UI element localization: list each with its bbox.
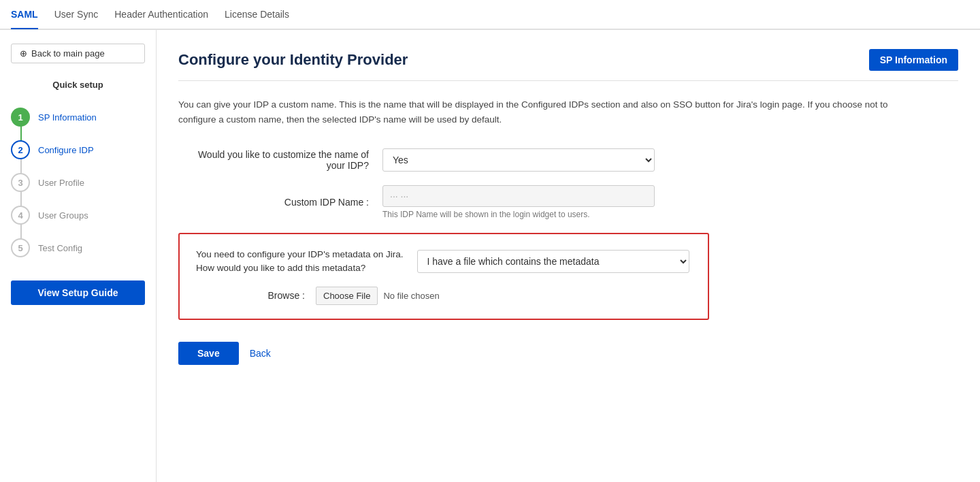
customize-idp-row: Would you like to customize the name of … <box>178 148 791 172</box>
top-navigation: SAML User Sync Header Authentication Lic… <box>0 0 980 30</box>
idp-name-input[interactable] <box>382 185 655 207</box>
customize-idp-label: Would you like to customize the name of … <box>178 149 382 171</box>
sidebar: ⊕ Back to main page Quick setup 1 SP Inf… <box>0 30 157 482</box>
bottom-actions: Save Back <box>178 342 958 365</box>
step-3: 3 User Profile <box>11 166 145 199</box>
plus-icon: ⊕ <box>20 48 27 59</box>
step-2-circle: 2 <box>11 140 30 159</box>
steps-list: 1 SP Information 2 Configure IDP 3 User … <box>11 101 145 264</box>
browse-row: Browse : Choose File No file chosen <box>196 287 691 305</box>
save-button[interactable]: Save <box>178 342 239 365</box>
step-2: 2 Configure IDP <box>11 133 145 166</box>
main-content: Configure your Identity Provider SP Info… <box>157 30 980 482</box>
tab-license-details[interactable]: License Details <box>225 1 289 28</box>
tab-header-authentication[interactable]: Header Authentication <box>114 1 208 28</box>
metadata-question: You need to configure your IDP's metadat… <box>196 248 404 276</box>
metadata-top-row: You need to configure your IDP's metadat… <box>196 248 691 276</box>
choose-file-button[interactable]: Choose File <box>316 287 378 305</box>
tab-user-sync[interactable]: User Sync <box>54 1 99 28</box>
step-2-label[interactable]: Configure IDP <box>38 145 94 155</box>
page-title: Configure your Identity Provider <box>178 51 408 69</box>
page-header: Configure your Identity Provider SP Info… <box>178 49 958 81</box>
idp-name-control: This IDP Name will be shown in the login… <box>382 185 791 219</box>
step-3-circle: 3 <box>11 173 30 192</box>
back-to-main-button[interactable]: ⊕ Back to main page <box>11 44 145 63</box>
step-5-circle: 5 <box>11 238 30 257</box>
description-text: You can give your IDP a custom name. Thi… <box>178 97 927 127</box>
back-link[interactable]: Back <box>250 348 271 359</box>
browse-label: Browse : <box>196 290 305 301</box>
file-input-wrapper: Choose File No file chosen <box>316 287 440 305</box>
customize-idp-select[interactable]: Yes No <box>382 148 655 172</box>
idp-name-label: Custom IDP Name : <box>178 197 382 208</box>
idp-name-hint: This IDP Name will be shown in the login… <box>382 210 791 219</box>
sp-information-button[interactable]: SP Information <box>869 49 958 71</box>
step-1-circle: 1 <box>11 108 30 127</box>
step-5: 5 Test Config <box>11 231 145 264</box>
tab-saml[interactable]: SAML <box>11 1 38 29</box>
step-1-label[interactable]: SP Information <box>38 112 97 123</box>
quick-setup-label: Quick setup <box>11 80 145 90</box>
no-file-text: No file chosen <box>383 291 439 301</box>
main-layout: ⊕ Back to main page Quick setup 1 SP Inf… <box>0 30 980 482</box>
step-1: 1 SP Information <box>11 101 145 133</box>
step-5-label[interactable]: Test Config <box>38 243 82 253</box>
step-4-circle: 4 <box>11 206 30 225</box>
idp-name-row: Custom IDP Name : This IDP Name will be … <box>178 185 791 219</box>
customize-idp-control: Yes No <box>382 148 791 172</box>
view-setup-guide-button[interactable]: View Setup Guide <box>11 280 145 305</box>
step-4: 4 User Groups <box>11 199 145 231</box>
metadata-box: You need to configure your IDP's metadat… <box>178 233 709 320</box>
step-4-label[interactable]: User Groups <box>38 210 88 221</box>
step-3-label[interactable]: User Profile <box>38 178 84 188</box>
metadata-type-select[interactable]: I have a file which contains the metadat… <box>417 250 689 273</box>
